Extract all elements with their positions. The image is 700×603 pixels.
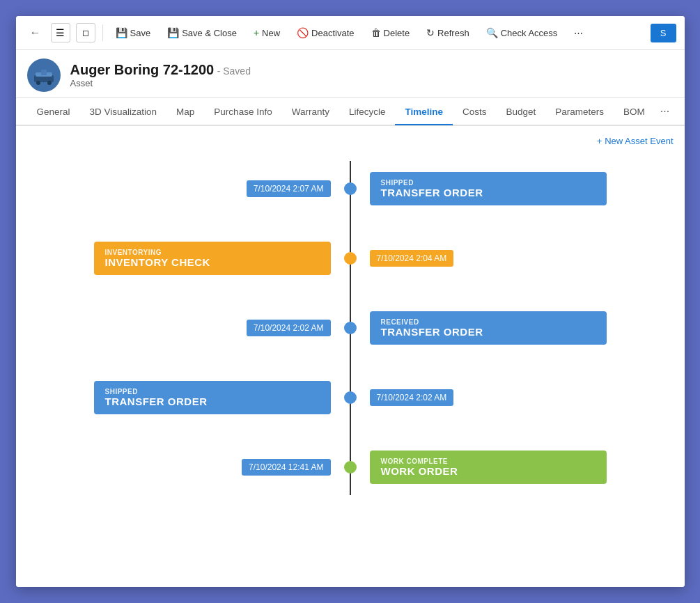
timestamp-badge-3: 7/10/2024 2:02 AM: [247, 320, 331, 336]
save-icon: 💾: [116, 27, 127, 38]
tabs-more[interactable]: ···: [655, 98, 675, 125]
delete-icon: 🗑: [371, 27, 381, 38]
new-icon: +: [254, 27, 259, 38]
timestamp-badge-5: 7/10/2024 12:41 AM: [242, 459, 330, 476]
more-button[interactable]: ⋯: [567, 24, 590, 42]
timeline-dot-4: [344, 391, 357, 404]
svg-rect-5: [41, 70, 47, 75]
event-card-4[interactable]: SHIPPED TRANSFER ORDER: [94, 381, 331, 414]
timeline-left-4: SHIPPED TRANSFER ORDER: [30, 381, 350, 414]
tab-bom[interactable]: BOM: [614, 100, 655, 125]
tab-budget[interactable]: Budget: [497, 100, 546, 125]
asset-avatar-image: [31, 63, 56, 88]
tabs-bar: General 3D Visualization Map Purchase In…: [16, 98, 685, 126]
asset-title-block: Auger Boring 72-1200 - Saved Asset: [70, 62, 251, 88]
tab-warranty[interactable]: Warranty: [282, 100, 339, 125]
timeline-events: 7/10/2024 2:07 AM SHIPPED TRANSFER ORDER: [30, 161, 671, 495]
tab-map[interactable]: Map: [166, 100, 204, 125]
delete-button[interactable]: 🗑 Delete: [364, 24, 417, 42]
timeline-row: 7/10/2024 2:07 AM SHIPPED TRANSFER ORDER: [30, 161, 671, 217]
main-window: ← ☰ ◻ 💾 Save 💾 Save & Close + New 🚫 Deac…: [16, 16, 685, 587]
asset-type: Asset: [70, 78, 251, 88]
asset-name-row: Auger Boring 72-1200 - Saved: [70, 62, 251, 78]
refresh-icon: ↻: [426, 27, 435, 38]
timeline-right-4: 7/10/2024 2:02 AM: [350, 389, 671, 406]
timeline-right-1: SHIPPED TRANSFER ORDER: [350, 172, 671, 205]
event-card-1[interactable]: SHIPPED TRANSFER ORDER: [370, 172, 607, 205]
svg-point-3: [36, 81, 40, 85]
avatar: [27, 58, 61, 92]
save-close-button[interactable]: 💾 Save & Close: [160, 24, 244, 42]
check-access-icon: 🔍: [486, 27, 498, 38]
event-card-5[interactable]: WORK COMPLETE WORK ORDER: [370, 451, 607, 484]
timeline-left-2: INVENTORYING INVENTORY CHECK: [30, 242, 350, 275]
timeline-dot-2: [344, 252, 357, 265]
back-button[interactable]: ←: [24, 22, 47, 44]
deactivate-button[interactable]: 🚫 Deactivate: [290, 24, 361, 42]
tab-general[interactable]: General: [27, 100, 80, 125]
timeline-row: INVENTORYING INVENTORY CHECK 7/10/2024 2…: [30, 230, 671, 286]
save-close-icon: 💾: [167, 27, 179, 38]
timeline-right-5: WORK COMPLETE WORK ORDER: [350, 451, 671, 484]
timeline-dot-1: [344, 182, 357, 195]
window-button[interactable]: ◻: [76, 23, 95, 42]
menu-button[interactable]: ☰: [51, 23, 70, 42]
separator: [102, 24, 103, 41]
toolbar: ← ☰ ◻ 💾 Save 💾 Save & Close + New 🚫 Deac…: [16, 16, 685, 50]
timeline-left-5: 7/10/2024 12:41 AM: [30, 459, 350, 476]
tab-parameters[interactable]: Parameters: [545, 100, 614, 125]
timeline-dot-3: [344, 322, 357, 334]
timeline-right-3: RECEIVED TRANSFER ORDER: [350, 311, 671, 345]
timeline-row: SHIPPED TRANSFER ORDER 7/10/2024 2:02 AM: [30, 370, 671, 425]
tab-costs[interactable]: Costs: [453, 100, 497, 125]
tab-3d-visualization[interactable]: 3D Visualization: [80, 100, 167, 125]
event-card-2[interactable]: INVENTORYING INVENTORY CHECK: [94, 242, 331, 275]
timeline-right-2: 7/10/2024 2:04 AM: [350, 250, 671, 267]
timeline-row: 7/10/2024 2:02 AM RECEIVED TRANSFER ORDE…: [30, 300, 671, 356]
new-button[interactable]: + New: [247, 24, 287, 42]
timestamp-badge-1: 7/10/2024 2:07 AM: [247, 180, 331, 197]
tab-lifecycle[interactable]: Lifecycle: [339, 100, 396, 125]
refresh-button[interactable]: ↻ Refresh: [419, 24, 476, 42]
timeline-left-1: 7/10/2024 2:07 AM: [30, 180, 350, 197]
asset-header: Auger Boring 72-1200 - Saved Asset: [16, 50, 685, 98]
timeline-dot-5: [344, 461, 357, 473]
timeline-left-3: 7/10/2024 2:02 AM: [30, 320, 350, 336]
asset-saved-status: - Saved: [217, 65, 251, 77]
tab-timeline[interactable]: Timeline: [395, 100, 453, 125]
timeline-row: 7/10/2024 12:41 AM WORK COMPLETE WORK OR…: [30, 439, 671, 495]
timeline-container: 7/10/2024 2:07 AM SHIPPED TRANSFER ORDER: [16, 126, 685, 509]
check-access-button[interactable]: 🔍 Check Access: [479, 24, 565, 42]
content-area: + New Asset Event 7/10/2024 2:07 AM SHIP…: [16, 126, 685, 587]
deactivate-icon: 🚫: [297, 27, 309, 38]
save-button[interactable]: 💾 Save: [109, 24, 158, 42]
svg-point-4: [47, 81, 52, 85]
tab-purchase-info[interactable]: Purchase Info: [204, 100, 281, 125]
timestamp-badge-2: 7/10/2024 2:04 AM: [370, 250, 454, 267]
event-card-3[interactable]: RECEIVED TRANSFER ORDER: [370, 311, 607, 345]
timestamp-badge-4: 7/10/2024 2:02 AM: [370, 389, 454, 406]
share-button[interactable]: S: [651, 24, 676, 42]
asset-name: Auger Boring 72-1200: [70, 62, 215, 77]
